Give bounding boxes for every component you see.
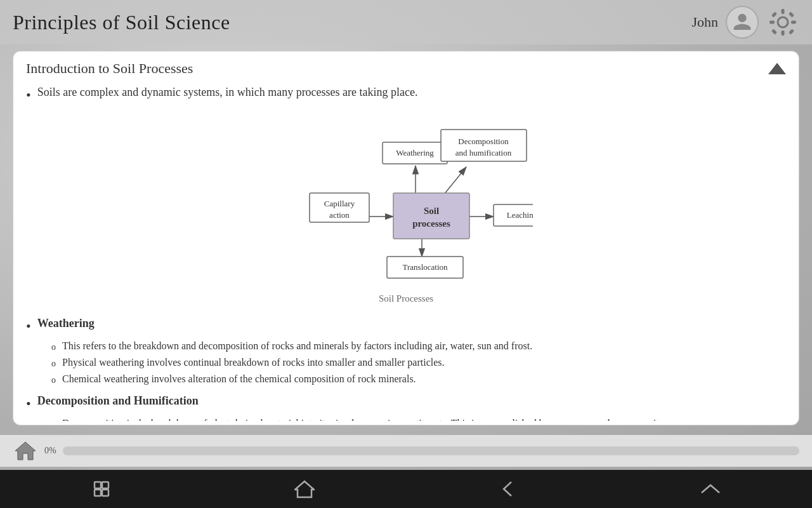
sub-dot-4: o [51,418,56,421]
weathering-bullet-3: o Chemical weathering involves alteratio… [51,373,786,387]
collapse-button[interactable] [768,63,786,74]
up-icon [700,483,721,495]
decomp-heading: Decomposition and Humification [37,394,199,408]
svg-rect-6 [789,11,794,17]
card-header: Introduction to Soil Processes [13,51,799,86]
svg-rect-7 [771,29,777,34]
decomp-bullet-1: o Decomposition is the breakdown of plan… [51,418,786,421]
svg-rect-14 [95,490,101,496]
up-button[interactable] [691,476,730,502]
username-label: John [691,14,718,30]
avatar[interactable] [726,6,759,39]
weathering-text-2: Physical weathering involves continual b… [62,357,445,368]
weathering-text-3: Chemical weathering involves alteration … [62,373,416,385]
weathering-bullet-2: o Physical weathering involves continual… [51,357,786,371]
diagram: Weathering Decomposition and humificatio… [279,118,533,290]
bottom-nav-bar [0,470,812,508]
weathering-section-header: • Weathering [26,317,786,337]
bullet-dot-3: • [26,394,31,414]
weathering-bullet-1: o This refers to the breakdown and decom… [51,340,786,354]
soil-processes-diagram: Weathering Decomposition and humificatio… [279,118,533,290]
content-card: Introduction to Soil Processes • Soils a… [13,51,799,425]
svg-marker-10 [15,442,36,460]
svg-rect-2 [782,30,785,36]
card-body: • Soils are complex and dynamic systems,… [13,86,799,421]
capillary-label2: action [329,210,350,220]
svg-rect-3 [769,21,775,24]
back-icon [497,479,518,498]
intro-text: Soils are complex and dynamic systems, i… [37,86,418,99]
settings-icon[interactable] [766,6,799,39]
svg-rect-8 [789,29,794,34]
sub-dot-2: o [51,357,56,371]
weathering-text-1: This refers to the breakdown and decompo… [62,340,532,352]
home-icon [14,439,37,462]
svg-rect-12 [102,482,108,488]
home-button[interactable] [285,476,324,502]
progress-bar-area: 0% [0,435,812,467]
back-button[interactable] [488,476,527,502]
svg-rect-11 [95,482,101,488]
home-nav-icon [294,479,315,498]
svg-rect-4 [791,21,796,24]
user-icon [732,12,752,32]
app-title: Principles of Soil Science [13,11,230,34]
progress-label: 0% [44,446,56,456]
sub-dot-1: o [51,340,56,354]
diagram-caption: Soil Processes [379,293,433,304]
svg-rect-13 [102,490,108,496]
intro-bullet: • Soils are complex and dynamic systems,… [26,86,786,105]
recent-apps-icon [92,479,111,498]
progress-track [63,446,799,455]
diagram-container: Weathering Decomposition and humificatio… [26,118,786,304]
decomp-text-1: Decomposition is the breakdown of plant … [62,418,667,421]
translocation-label: Translocation [402,262,448,272]
svg-rect-5 [771,11,777,17]
home-nav-icon[interactable] [6,439,44,462]
soil-processes-label2: processes [412,218,450,229]
bullet-dot: • [26,86,31,105]
header-right: John [691,6,799,39]
header: Principles of Soil Science John [0,0,812,44]
card-title: Introduction to Soil Processes [26,60,768,77]
arrow-to-decomp [444,167,466,194]
soil-processes-label1: Soil [424,206,439,216]
leaching-label: Leaching [507,210,533,220]
sub-dot-3: o [51,373,56,387]
recent-apps-button[interactable] [82,476,121,502]
svg-rect-1 [782,9,785,14]
svg-marker-15 [295,481,314,497]
capillary-label1: Capillary [324,199,355,208]
decomp-section-header: • Decomposition and Humification [26,394,786,414]
bullet-dot-2: • [26,317,31,337]
decomp-label1: Decomposition [458,137,509,146]
decomp-label2: and humification [455,148,512,157]
weathering-label: Weathering [396,148,434,157]
weathering-heading: Weathering [37,317,95,330]
svg-point-0 [778,17,788,27]
